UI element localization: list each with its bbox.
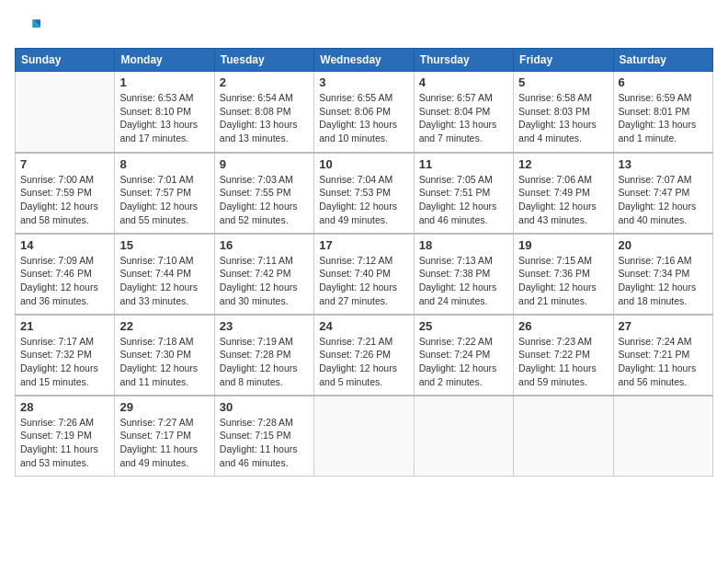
- logo-icon: [15, 15, 40, 40]
- day-info: Sunrise: 7:26 AMSunset: 7:19 PMDaylight:…: [20, 416, 109, 470]
- day-info: Sunrise: 7:28 AMSunset: 7:15 PMDaylight:…: [220, 416, 309, 470]
- day-cell: [314, 396, 414, 477]
- day-info: Sunrise: 6:55 AMSunset: 8:06 PMDaylight:…: [319, 91, 408, 145]
- day-info: Sunrise: 7:19 AMSunset: 7:28 PMDaylight:…: [220, 335, 309, 389]
- day-info: Sunrise: 7:18 AMSunset: 7:30 PMDaylight:…: [119, 335, 209, 389]
- day-number: 22: [119, 319, 209, 333]
- day-number: 30: [220, 400, 309, 414]
- logo: [15, 15, 44, 40]
- day-number: 14: [20, 238, 109, 252]
- day-number: 21: [20, 319, 109, 333]
- day-info: Sunrise: 6:58 AMSunset: 8:03 PMDaylight:…: [518, 91, 608, 145]
- calendar-header-row: SundayMondayTuesdayWednesdayThursdayFrid…: [16, 49, 713, 72]
- day-info: Sunrise: 6:59 AMSunset: 8:01 PMDaylight:…: [619, 91, 708, 145]
- page-header: [15, 15, 713, 40]
- day-number: 4: [419, 75, 508, 89]
- calendar-table: SundayMondayTuesdayWednesdayThursdayFrid…: [15, 48, 713, 477]
- day-info: Sunrise: 7:03 AMSunset: 7:55 PMDaylight:…: [220, 173, 309, 227]
- day-cell: 14Sunrise: 7:09 AMSunset: 7:46 PMDayligh…: [16, 234, 115, 315]
- day-info: Sunrise: 7:24 AMSunset: 7:21 PMDaylight:…: [619, 335, 708, 389]
- day-info: Sunrise: 7:04 AMSunset: 7:53 PMDaylight:…: [319, 173, 408, 227]
- day-info: Sunrise: 6:53 AMSunset: 8:10 PMDaylight:…: [119, 91, 209, 145]
- day-info: Sunrise: 7:09 AMSunset: 7:46 PMDaylight:…: [20, 254, 109, 308]
- day-number: 7: [20, 157, 109, 171]
- day-info: Sunrise: 7:07 AMSunset: 7:47 PMDaylight:…: [619, 173, 708, 227]
- day-info: Sunrise: 7:23 AMSunset: 7:22 PMDaylight:…: [518, 335, 608, 389]
- day-cell: 27Sunrise: 7:24 AMSunset: 7:21 PMDayligh…: [613, 315, 712, 396]
- day-cell: [514, 396, 613, 477]
- day-cell: 24Sunrise: 7:21 AMSunset: 7:26 PMDayligh…: [314, 315, 414, 396]
- week-row-5: 28Sunrise: 7:26 AMSunset: 7:19 PMDayligh…: [16, 396, 713, 477]
- day-cell: 29Sunrise: 7:27 AMSunset: 7:17 PMDayligh…: [115, 396, 214, 477]
- day-cell: 6Sunrise: 6:59 AMSunset: 8:01 PMDaylight…: [613, 72, 712, 153]
- day-cell: 4Sunrise: 6:57 AMSunset: 8:04 PMDaylight…: [414, 72, 513, 153]
- day-cell: 16Sunrise: 7:11 AMSunset: 7:42 PMDayligh…: [214, 234, 313, 315]
- day-number: 1: [119, 75, 209, 89]
- day-cell: [16, 72, 115, 153]
- day-cell: 10Sunrise: 7:04 AMSunset: 7:53 PMDayligh…: [314, 153, 414, 234]
- day-info: Sunrise: 7:27 AMSunset: 7:17 PMDaylight:…: [119, 416, 209, 470]
- day-info: Sunrise: 7:05 AMSunset: 7:51 PMDaylight:…: [419, 173, 508, 227]
- day-header-wednesday: Wednesday: [314, 49, 414, 72]
- day-info: Sunrise: 7:21 AMSunset: 7:26 PMDaylight:…: [319, 335, 408, 389]
- week-row-3: 14Sunrise: 7:09 AMSunset: 7:46 PMDayligh…: [16, 234, 713, 315]
- day-cell: 8Sunrise: 7:01 AMSunset: 7:57 PMDaylight…: [115, 153, 214, 234]
- day-info: Sunrise: 7:13 AMSunset: 7:38 PMDaylight:…: [419, 254, 508, 308]
- day-number: 27: [619, 319, 708, 333]
- day-info: Sunrise: 6:54 AMSunset: 8:08 PMDaylight:…: [220, 91, 309, 145]
- day-header-tuesday: Tuesday: [214, 49, 313, 72]
- day-cell: 26Sunrise: 7:23 AMSunset: 7:22 PMDayligh…: [514, 315, 613, 396]
- day-cell: 20Sunrise: 7:16 AMSunset: 7:34 PMDayligh…: [613, 234, 712, 315]
- day-info: Sunrise: 7:01 AMSunset: 7:57 PMDaylight:…: [119, 173, 209, 227]
- day-number: 20: [619, 238, 708, 252]
- day-cell: 21Sunrise: 7:17 AMSunset: 7:32 PMDayligh…: [16, 315, 115, 396]
- day-number: 26: [518, 319, 608, 333]
- day-cell: 7Sunrise: 7:00 AMSunset: 7:59 PMDaylight…: [16, 153, 115, 234]
- day-info: Sunrise: 7:17 AMSunset: 7:32 PMDaylight:…: [20, 335, 109, 389]
- day-number: 16: [220, 238, 309, 252]
- day-number: 10: [319, 157, 408, 171]
- day-cell: 28Sunrise: 7:26 AMSunset: 7:19 PMDayligh…: [16, 396, 115, 477]
- day-cell: 1Sunrise: 6:53 AMSunset: 8:10 PMDaylight…: [115, 72, 214, 153]
- day-info: Sunrise: 7:16 AMSunset: 7:34 PMDaylight:…: [619, 254, 708, 308]
- day-number: 24: [319, 319, 408, 333]
- day-info: Sunrise: 7:11 AMSunset: 7:42 PMDaylight:…: [220, 254, 309, 308]
- day-cell: 22Sunrise: 7:18 AMSunset: 7:30 PMDayligh…: [115, 315, 214, 396]
- day-cell: 23Sunrise: 7:19 AMSunset: 7:28 PMDayligh…: [214, 315, 313, 396]
- day-header-thursday: Thursday: [414, 49, 513, 72]
- day-cell: 13Sunrise: 7:07 AMSunset: 7:47 PMDayligh…: [613, 153, 712, 234]
- day-number: 6: [619, 75, 708, 89]
- day-cell: 19Sunrise: 7:15 AMSunset: 7:36 PMDayligh…: [514, 234, 613, 315]
- day-number: 29: [119, 400, 209, 414]
- day-number: 19: [518, 238, 608, 252]
- day-cell: 25Sunrise: 7:22 AMSunset: 7:24 PMDayligh…: [414, 315, 513, 396]
- day-cell: 18Sunrise: 7:13 AMSunset: 7:38 PMDayligh…: [414, 234, 513, 315]
- day-number: 25: [419, 319, 508, 333]
- day-cell: 9Sunrise: 7:03 AMSunset: 7:55 PMDaylight…: [214, 153, 313, 234]
- day-cell: 30Sunrise: 7:28 AMSunset: 7:15 PMDayligh…: [214, 396, 313, 477]
- day-cell: [414, 396, 513, 477]
- day-number: 11: [419, 157, 508, 171]
- day-info: Sunrise: 7:00 AMSunset: 7:59 PMDaylight:…: [20, 173, 109, 227]
- day-info: Sunrise: 7:06 AMSunset: 7:49 PMDaylight:…: [518, 173, 608, 227]
- day-cell: [613, 396, 712, 477]
- day-info: Sunrise: 7:10 AMSunset: 7:44 PMDaylight:…: [119, 254, 209, 308]
- day-number: 8: [119, 157, 209, 171]
- day-number: 15: [119, 238, 209, 252]
- day-info: Sunrise: 7:12 AMSunset: 7:40 PMDaylight:…: [319, 254, 408, 308]
- day-number: 18: [419, 238, 508, 252]
- day-cell: 5Sunrise: 6:58 AMSunset: 8:03 PMDaylight…: [514, 72, 613, 153]
- day-cell: 17Sunrise: 7:12 AMSunset: 7:40 PMDayligh…: [314, 234, 414, 315]
- day-number: 5: [518, 75, 608, 89]
- week-row-1: 1Sunrise: 6:53 AMSunset: 8:10 PMDaylight…: [16, 72, 713, 153]
- week-row-4: 21Sunrise: 7:17 AMSunset: 7:32 PMDayligh…: [16, 315, 713, 396]
- day-header-monday: Monday: [115, 49, 214, 72]
- week-row-2: 7Sunrise: 7:00 AMSunset: 7:59 PMDaylight…: [16, 153, 713, 234]
- day-header-friday: Friday: [514, 49, 613, 72]
- day-info: Sunrise: 7:15 AMSunset: 7:36 PMDaylight:…: [518, 254, 608, 308]
- day-number: 23: [220, 319, 309, 333]
- day-info: Sunrise: 7:22 AMSunset: 7:24 PMDaylight:…: [419, 335, 508, 389]
- day-cell: 15Sunrise: 7:10 AMSunset: 7:44 PMDayligh…: [115, 234, 214, 315]
- day-number: 17: [319, 238, 408, 252]
- day-cell: 12Sunrise: 7:06 AMSunset: 7:49 PMDayligh…: [514, 153, 613, 234]
